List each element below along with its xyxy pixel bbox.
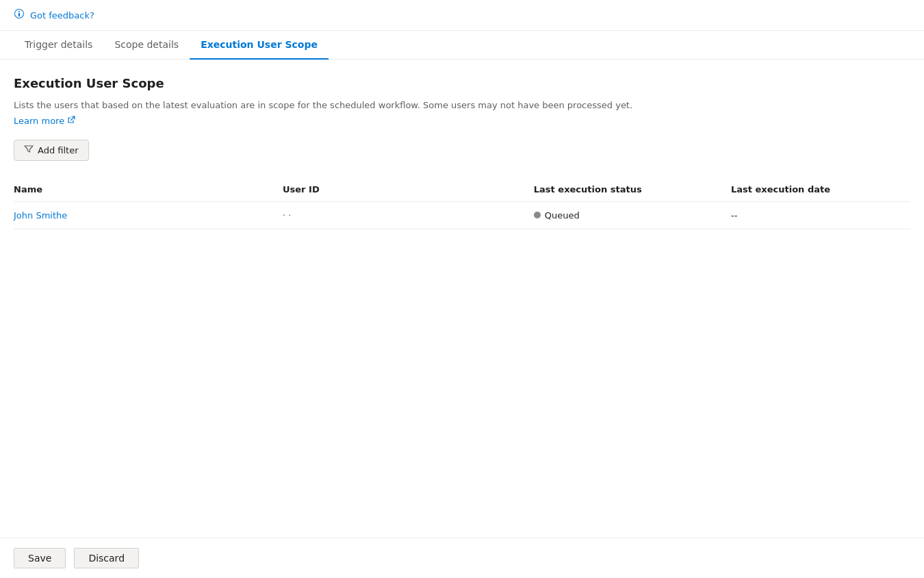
discard-button[interactable]: Discard [74,548,139,568]
status-dot-queued [534,212,541,218]
feedback-link[interactable]: Got feedback? [30,10,94,21]
cell-user-id: · · [283,201,534,229]
user-id-value: · · [283,210,291,221]
feedback-bar: Got feedback? [0,0,924,31]
cell-name: John Smithe [14,201,283,229]
tab-execution-user-scope[interactable]: Execution User Scope [190,31,329,60]
status-cell: Queued [534,210,723,221]
feedback-icon [14,8,25,22]
tab-trigger-details[interactable]: Trigger details [14,31,103,60]
user-name-link[interactable]: John Smithe [14,210,67,221]
filter-section: Add filter [14,140,910,161]
page-title: Execution User Scope [14,76,910,90]
filter-icon [24,144,34,156]
tab-scope-details[interactable]: Scope details [103,31,190,60]
external-link-icon [67,116,75,126]
description-text: Lists the users that based on the latest… [14,99,910,112]
tabs-bar: Trigger details Scope details Execution … [0,31,924,60]
learn-more-link[interactable]: Learn more [14,116,75,126]
main-content: Execution User Scope Lists the users tha… [0,60,924,538]
column-header-name: Name [14,177,283,202]
bottom-bar: Save Discard [0,538,924,578]
add-filter-label: Add filter [38,145,79,155]
table-header-row: Name User ID Last execution status Last … [14,177,910,202]
column-header-user-id: User ID [283,177,534,202]
column-header-last-execution-date: Last execution date [731,177,910,202]
add-filter-button[interactable]: Add filter [14,140,89,161]
data-table: Name User ID Last execution status Last … [14,177,910,229]
column-header-last-execution-status: Last execution status [534,177,731,202]
cell-last-execution-status: Queued [534,201,731,229]
status-label: Queued [545,210,580,221]
table-row: John Smithe · · Queued -- [14,201,910,229]
cell-last-execution-date: -- [731,201,910,229]
save-button[interactable]: Save [14,548,66,568]
